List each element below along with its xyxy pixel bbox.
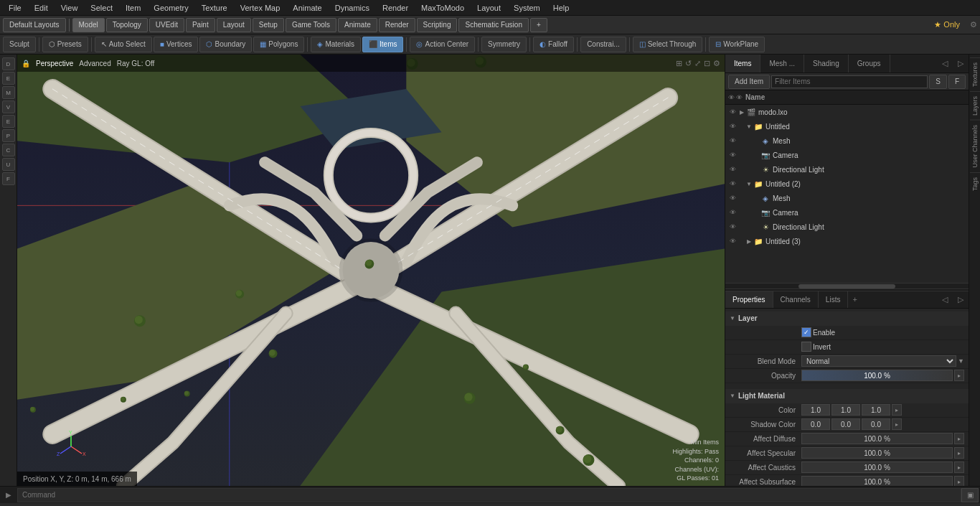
expand-untitled3[interactable]: ▶ [745, 238, 753, 245]
specular-btn[interactable]: ▸ [954, 447, 964, 459]
mode-scripting[interactable]: Scripting [417, 18, 458, 32]
command-input[interactable] [17, 488, 961, 502]
viewport-icon-2[interactable]: ↺ [685, 59, 692, 68]
add-item-button[interactable]: Add Item [728, 75, 770, 89]
mode-uvedit[interactable]: UVEdit [149, 18, 184, 32]
prop-tab-properties[interactable]: Properties [725, 291, 773, 308]
tab-items[interactable]: Items [725, 55, 760, 72]
expand-untitled2[interactable]: ▼ [745, 181, 753, 187]
left-tool-4[interactable]: V [2, 100, 15, 113]
vtab-textures[interactable]: Textures [970, 57, 980, 91]
vertices-button[interactable]: ■ Vertices [154, 37, 199, 52]
mode-layout[interactable]: Layout [217, 18, 251, 32]
select-through-button[interactable]: ◫ Select Through [633, 37, 703, 52]
polygons-button[interactable]: ▦ Polygons [253, 37, 304, 52]
menu-edit[interactable]: Edit [29, 2, 54, 14]
mode-gametools[interactable]: Game Tools [286, 18, 336, 32]
items-tree[interactable]: 👁 ▶ 🎬 modo.lxo 👁 ▼ 📁 Untitled 👁 ◈ Mes [725, 105, 969, 283]
settings-icon[interactable]: ⚙ [970, 20, 977, 29]
prop-tab-channels[interactable]: Channels [773, 291, 819, 308]
panel-expand-icon[interactable]: ▷ [953, 55, 969, 73]
mode-topology[interactable]: Topology [106, 18, 148, 32]
cmd-arrow-left[interactable]: ▶ [0, 487, 17, 503]
menu-item[interactable]: Item [120, 2, 146, 14]
presets-button[interactable]: ⬡ Presets [42, 37, 88, 52]
vtab-user-channels[interactable]: User Channels [970, 120, 980, 172]
expand-modo[interactable]: ▶ [738, 109, 745, 116]
diffuse-slider[interactable]: 100.0 % [801, 433, 953, 444]
caustics-slider[interactable]: 100.0 % [801, 462, 953, 473]
tree-item-dirlight2[interactable]: 👁 ☀ Directional Light [725, 220, 969, 234]
left-tool-6[interactable]: P [2, 129, 15, 142]
layer-section-header[interactable]: ▼ Layer [725, 311, 969, 326]
workplane-button[interactable]: ⊟ WorkPlane [709, 37, 765, 52]
props-expand-icon[interactable]: ▷ [953, 290, 969, 309]
blend-mode-select[interactable]: Normal [801, 355, 956, 367]
vis-eye-9[interactable]: 👁 [727, 221, 738, 233]
vis-eye-1[interactable]: 👁 [727, 106, 738, 118]
left-tool-5[interactable]: E [2, 115, 15, 128]
enable-checkbox[interactable]: ✓ [801, 327, 811, 337]
shadow-btn[interactable]: ▸ [892, 418, 902, 430]
vis-eye-7[interactable]: 👁 [727, 192, 738, 204]
prop-tab-lists[interactable]: Lists [819, 291, 849, 308]
vis-eye-8[interactable]: 👁 [727, 207, 738, 218]
tree-item-mesh2[interactable]: 👁 ◈ Mesh [725, 191, 969, 205]
color-btn[interactable]: ▸ [892, 404, 902, 416]
viewport-icon-5[interactable]: ⚙ [713, 59, 720, 68]
tree-scrollbar[interactable] [798, 284, 896, 289]
specular-slider[interactable]: 100.0 % [801, 447, 953, 459]
diffuse-btn[interactable]: ▸ [954, 433, 964, 444]
tab-shading[interactable]: Shading [804, 55, 849, 72]
tree-item-camera2[interactable]: 👁 📷 Camera [725, 205, 969, 220]
viewport-icon-3[interactable]: ⤢ [694, 59, 701, 68]
left-tool-1[interactable]: D [2, 57, 15, 70]
tree-item-untitled3[interactable]: 👁 ▶ 📁 Untitled (3) [725, 234, 969, 248]
menu-animate[interactable]: Animate [287, 2, 327, 14]
mode-schematic[interactable]: Schematic Fusion [458, 18, 528, 32]
mode-paint[interactable]: Paint [186, 18, 215, 32]
menu-vertexmap[interactable]: Vertex Map [235, 2, 286, 14]
menu-render[interactable]: Render [377, 2, 414, 14]
mode-setup[interactable]: Setup [253, 18, 284, 32]
shadow-b[interactable] [862, 418, 890, 430]
viewport-advanced[interactable]: Advanced [79, 60, 110, 67]
falloff-button[interactable]: ◐ Falloff [533, 37, 574, 52]
subsurface-slider[interactable]: 100.0 % [801, 476, 953, 486]
items-button[interactable]: ⬛ Items [362, 37, 403, 52]
opacity-slider[interactable]: 100.0 % [801, 370, 953, 381]
tree-item-camera1[interactable]: 👁 📷 Camera [725, 148, 969, 162]
tab-mesh[interactable]: Mesh ... [760, 55, 804, 72]
expand-untitled1[interactable]: ▼ [745, 123, 753, 130]
panel-collapse-icon[interactable]: ◁ [937, 55, 953, 73]
menu-help[interactable]: Help [547, 2, 575, 14]
menu-system[interactable]: System [508, 2, 546, 14]
shadow-g[interactable] [831, 418, 860, 430]
viewport-icon-4[interactable]: ⊡ [704, 59, 710, 68]
auto-select-button[interactable]: ↖ Auto Select [95, 37, 152, 52]
tree-item-modo-bxo[interactable]: 👁 ▶ 🎬 modo.lxo [725, 105, 969, 119]
vis-eye-10[interactable]: 👁 [727, 235, 738, 247]
scene-canvas[interactable] [17, 55, 725, 486]
left-tool-7[interactable]: C [2, 144, 15, 156]
prop-tab-plus[interactable]: + [848, 295, 861, 304]
items-f-button[interactable]: F [948, 75, 966, 89]
color-b[interactable] [862, 404, 890, 416]
tree-item-mesh1[interactable]: 👁 ◈ Mesh [725, 133, 969, 148]
left-tool-8[interactable]: U [2, 158, 15, 171]
caustics-btn[interactable]: ▸ [954, 462, 964, 473]
props-collapse-icon[interactable]: ◁ [937, 290, 953, 309]
vis-eye-2[interactable]: 👁 [727, 121, 738, 132]
opacity-btn[interactable]: ▸ [954, 370, 964, 381]
mode-animate[interactable]: Animate [338, 18, 377, 32]
mode-model[interactable]: Model [72, 18, 105, 32]
boundary-button[interactable]: ⬡ Boundary [199, 37, 252, 52]
left-tool-2[interactable]: E [2, 72, 15, 85]
subsurface-btn[interactable]: ▸ [954, 476, 964, 486]
layout-selector[interactable]: Default Layouts [3, 18, 66, 32]
menu-texture[interactable]: Texture [196, 2, 233, 14]
menu-geometry[interactable]: Geometry [148, 2, 194, 14]
menu-file[interactable]: File [3, 2, 27, 14]
vis-eye-5[interactable]: 👁 [727, 164, 738, 175]
menu-maxtomodo[interactable]: MaxToModo [415, 2, 470, 14]
